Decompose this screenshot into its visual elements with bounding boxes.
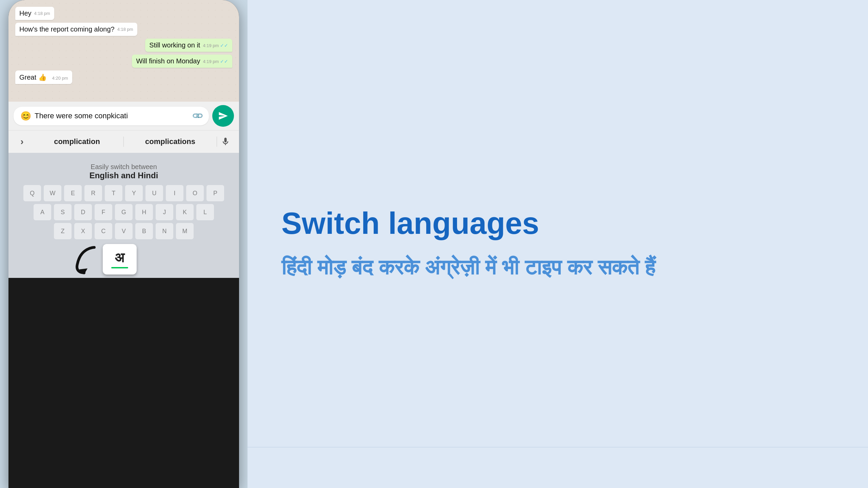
msg-text-3: Still working on it xyxy=(149,41,200,49)
message-sent-3: Still working on it 4:19 pm ✓✓ xyxy=(145,39,232,52)
msg-text-4: Will finish on Monday xyxy=(136,57,200,65)
autocomplete-bar: › complication complications xyxy=(8,130,239,153)
suggestion-1[interactable]: complication xyxy=(31,135,123,149)
keyboard-hint-line1: Easily switch between xyxy=(90,163,158,171)
mic-icon xyxy=(221,137,230,146)
key-q[interactable]: Q xyxy=(23,185,41,201)
key-t[interactable]: T xyxy=(105,185,122,201)
key-row-3: Z X C V B N M xyxy=(8,223,239,239)
message-sent-4: Will finish on Monday 4:19 pm ✓✓ xyxy=(132,55,232,68)
keyboard-area: Easily switch between English and Hindi … xyxy=(8,153,239,278)
left-panel: Hey 4:18 pm How's the report coming alon… xyxy=(0,0,248,488)
key-n[interactable]: N xyxy=(156,223,173,239)
message-received-5: Great 👍 4:20 pm xyxy=(15,70,72,84)
switch-subtitle: हिंदी मोड़ बंद करके अंग्रेज़ी में भी टाइ… xyxy=(281,254,655,281)
key-k[interactable]: K xyxy=(176,204,194,220)
message-received-2: How's the report coming along? 4:18 pm xyxy=(15,23,137,36)
msg-time-3: 4:19 pm ✓✓ xyxy=(203,43,228,48)
mic-button[interactable] xyxy=(217,133,234,150)
key-a[interactable]: A xyxy=(34,204,51,220)
key-o[interactable]: O xyxy=(186,185,204,201)
key-u[interactable]: U xyxy=(145,185,163,201)
switch-title: Switch languages xyxy=(281,207,539,240)
chat-area: Hey 4:18 pm How's the report coming alon… xyxy=(8,0,239,102)
key-l[interactable]: L xyxy=(196,204,214,220)
msg-time-5: 4:20 pm xyxy=(52,76,68,81)
key-w[interactable]: W xyxy=(44,185,61,201)
key-z[interactable]: Z xyxy=(54,223,72,239)
arrow-hindi-container: अ xyxy=(71,244,137,274)
key-p[interactable]: P xyxy=(206,185,224,201)
key-y[interactable]: Y xyxy=(125,185,143,201)
key-d[interactable]: D xyxy=(74,204,92,220)
keyboard-hint-line2: English and Hindi xyxy=(90,171,158,180)
input-box[interactable]: 😊 There were some conpkicati 🔗 xyxy=(14,107,209,125)
msg-text-2: How's the report coming along? xyxy=(19,25,115,33)
key-x[interactable]: X xyxy=(74,223,92,239)
send-button[interactable] xyxy=(212,105,234,127)
msg-text-1: Hey xyxy=(19,9,32,17)
right-panel: Switch languages हिंदी मोड़ बंद करके अंग… xyxy=(248,0,868,488)
key-e[interactable]: E xyxy=(64,185,82,201)
hindi-key-indicator xyxy=(111,267,128,268)
msg-text-5: Great 👍 xyxy=(19,73,47,81)
key-v[interactable]: V xyxy=(115,223,133,239)
send-icon xyxy=(218,111,228,121)
arrow-icon xyxy=(71,244,104,274)
key-j[interactable]: J xyxy=(156,204,173,220)
expand-suggestions-button[interactable]: › xyxy=(14,133,31,150)
key-row-2: A S D F G H J K L xyxy=(8,204,239,220)
attach-icon[interactable]: 🔗 xyxy=(191,109,204,122)
msg-ticks-3: ✓✓ xyxy=(220,43,228,48)
key-r[interactable]: R xyxy=(84,185,102,201)
key-s[interactable]: S xyxy=(54,204,72,220)
key-g[interactable]: G xyxy=(115,204,133,220)
keyboard-hint: Easily switch between English and Hindi xyxy=(79,156,169,184)
key-row-1: Q W E R T Y U I O P xyxy=(8,185,239,201)
msg-ticks-4: ✓✓ xyxy=(220,59,228,64)
hindi-char: अ xyxy=(115,250,124,266)
key-m[interactable]: M xyxy=(176,223,194,239)
hindi-language-key[interactable]: अ xyxy=(103,244,137,274)
emoji-button[interactable]: 😊 xyxy=(20,111,31,121)
key-f[interactable]: F xyxy=(95,204,112,220)
expand-icon: › xyxy=(20,136,23,147)
msg-time-1: 4:18 pm xyxy=(34,11,50,16)
message-input[interactable]: There were some conpkicati xyxy=(35,111,190,120)
msg-time-2: 4:18 pm xyxy=(117,27,133,32)
key-h[interactable]: H xyxy=(135,204,153,220)
msg-time-4: 4:19 pm ✓✓ xyxy=(203,59,228,64)
phone-frame: Hey 4:18 pm How's the report coming alon… xyxy=(8,0,239,488)
key-b[interactable]: B xyxy=(135,223,153,239)
key-i[interactable]: I xyxy=(166,185,183,201)
key-c[interactable]: C xyxy=(95,223,112,239)
suggestion-2[interactable]: complications xyxy=(124,135,217,149)
input-area: 😊 There were some conpkicati 🔗 xyxy=(8,102,239,130)
message-received-1: Hey 4:18 pm xyxy=(15,7,54,20)
